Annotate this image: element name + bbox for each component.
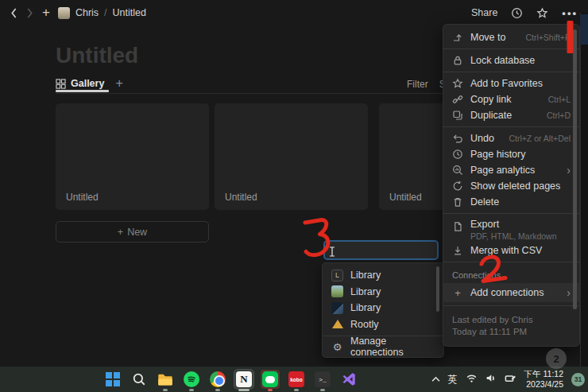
terminal-icon[interactable]: >_ <box>313 370 332 389</box>
menu-item-copy-link[interactable]: Copy link Ctrl+L <box>443 91 579 107</box>
pen-icon[interactable] <box>505 372 516 386</box>
rootly-icon <box>332 320 343 328</box>
breadcrumb-workspace[interactable]: Chris <box>75 7 99 18</box>
kobo-label: kobo <box>288 371 304 387</box>
menu-item-move-to[interactable]: Move to Ctrl+Shift+P <box>443 29 579 45</box>
menu-footer: Last edited by Chris Today at 11:11 PM <box>443 309 579 341</box>
tab-gallery-label: Gallery <box>71 78 104 89</box>
connections-section-header: Connections <box>443 266 579 283</box>
terminal-glyph: >_ <box>315 371 331 387</box>
connection-option-label: Rootly <box>350 319 378 330</box>
ime-indicator[interactable]: 英 <box>448 373 458 386</box>
new-card-label: New <box>127 227 147 238</box>
notion-icon[interactable]: N <box>234 370 253 389</box>
menu-item-page-analytics[interactable]: Page analytics › <box>443 162 579 178</box>
screen-edge-strip <box>580 13 588 367</box>
lock-icon <box>452 55 463 66</box>
menu-item-label: Merge with CSV <box>470 245 542 256</box>
file-explorer-icon[interactable] <box>156 370 175 389</box>
gallery-card[interactable]: Untitled <box>56 103 209 210</box>
history-clock-icon <box>452 149 463 160</box>
card-title: Untitled <box>66 192 99 203</box>
tab-gallery[interactable]: Gallery <box>56 78 104 89</box>
undo-icon <box>452 133 463 144</box>
menu-item-merge-with-csv[interactable]: Merge with CSV <box>443 243 579 258</box>
updates-clock-icon[interactable] <box>511 7 523 19</box>
breadcrumb-separator: / <box>104 7 106 18</box>
connection-option-label: Library <box>350 270 381 281</box>
back-icon[interactable] <box>10 7 18 18</box>
forward-icon[interactable] <box>26 7 34 18</box>
tray-chevron-up-icon[interactable] <box>431 372 440 386</box>
connection-option[interactable]: Library <box>323 300 443 316</box>
gear-icon: ⚙ <box>331 341 343 353</box>
page-title[interactable]: Untitled <box>56 43 138 68</box>
new-page-icon[interactable]: + <box>42 7 50 18</box>
menu-item-page-history[interactable]: Page history <box>443 146 579 162</box>
last-edited-time: Today at 11:11 PM <box>452 326 571 338</box>
gallery-card[interactable]: Untitled <box>215 103 368 210</box>
duplicate-icon <box>452 110 463 121</box>
background-window-sliver <box>580 14 588 45</box>
plus-icon: + <box>118 227 123 238</box>
windows-taskbar: N kobo >_ 英 下午 11:12 <box>0 367 588 392</box>
menu-item-undo[interactable]: Undo Ctrl+Z or Alt+Del <box>443 130 579 146</box>
tray-clock[interactable]: 下午 11:12 2023/4/25 <box>524 369 563 390</box>
connection-option-label: Library <box>350 286 381 297</box>
search-icon[interactable] <box>130 370 149 389</box>
menu-item-label: Move to <box>470 32 505 43</box>
dropdown-scrollbar[interactable] <box>436 266 439 312</box>
menu-item-lock-database[interactable]: Lock database <box>443 52 579 68</box>
move-to-icon <box>452 32 463 43</box>
menu-scrollbar[interactable] <box>573 29 577 309</box>
connections-dropdown: L Library Library Library Rootly ⚙ Manag… <box>322 262 444 358</box>
menu-item-sublabel: PDF, HTML, Markdown <box>470 231 557 241</box>
menu-divider <box>443 49 579 49</box>
tray-time: 下午 11:12 <box>524 369 563 379</box>
menu-item-add-connections[interactable]: + Add connections › <box>443 283 579 302</box>
view-tabs: Gallery + <box>56 76 123 91</box>
menu-item-show-deleted-pages[interactable]: Show deleted pages <box>443 178 579 194</box>
trash-restore-icon <box>452 180 463 192</box>
speaker-icon[interactable] <box>485 372 497 386</box>
workspace-avatar[interactable] <box>58 7 70 19</box>
add-view-icon[interactable]: + <box>115 76 122 91</box>
connection-option[interactable]: Library <box>323 284 443 301</box>
menu-item-export[interactable]: Export PDF, HTML, Markdown <box>443 217 579 243</box>
library-photo-icon <box>331 285 343 297</box>
chrome-icon[interactable] <box>208 370 227 389</box>
wifi-icon[interactable] <box>466 372 478 386</box>
menu-item-shortcut: Ctrl+Shift+P <box>525 33 571 42</box>
menu-item-label: Show deleted pages <box>470 180 560 192</box>
kobo-icon[interactable]: kobo <box>287 370 306 389</box>
filter-button[interactable]: Filter <box>407 79 428 90</box>
breadcrumb-page[interactable]: Untitled <box>113 7 146 18</box>
connection-option[interactable]: L Library <box>323 267 443 284</box>
share-button[interactable]: Share <box>471 7 497 18</box>
notification-badge[interactable]: 31 <box>571 373 585 386</box>
spotify-icon[interactable] <box>182 370 201 389</box>
click-step-indicator: 2 <box>546 348 567 369</box>
menu-divider <box>443 126 579 127</box>
connection-option[interactable]: Rootly <box>323 316 443 333</box>
menu-item-duplicate[interactable]: Duplicate Ctrl+D <box>443 107 579 123</box>
menu-item-add-to-favorites[interactable]: Add to Favorites <box>443 76 579 91</box>
menu-item-shortcut: Ctrl+Z or Alt+Del <box>509 134 571 143</box>
new-card-button[interactable]: + New <box>56 221 209 243</box>
windows-start-icon[interactable] <box>103 370 122 389</box>
analytics-icon <box>452 165 463 176</box>
more-options-icon[interactable]: ••• <box>562 7 578 19</box>
card-title: Untitled <box>225 192 257 203</box>
manage-connections-label: Manage connections <box>350 336 435 358</box>
connection-search-input[interactable] <box>323 240 439 260</box>
download-icon <box>452 245 463 256</box>
menu-item-label: Page analytics <box>470 165 535 176</box>
menu-item-shortcut: Ctrl+L <box>548 95 571 104</box>
menu-item-delete[interactable]: Delete <box>443 194 579 210</box>
line-icon[interactable] <box>261 370 280 389</box>
manage-connections-item[interactable]: ⚙ Manage connections <box>323 336 443 357</box>
link-icon <box>452 94 463 105</box>
gallery-grid-icon <box>56 79 66 89</box>
visual-studio-icon[interactable] <box>339 370 358 389</box>
favorite-star-icon[interactable] <box>536 7 548 19</box>
